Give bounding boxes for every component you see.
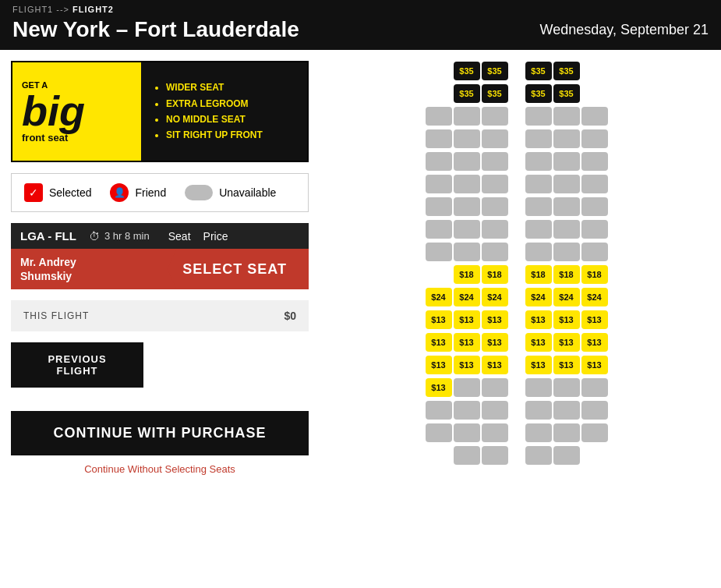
seat[interactable] — [553, 129, 580, 148]
seat[interactable] — [454, 446, 480, 465]
seat[interactable]: $24 — [454, 288, 480, 306]
seat[interactable]: $13 — [525, 333, 552, 352]
seat[interactable]: $13 — [581, 333, 608, 352]
seat[interactable] — [482, 423, 508, 442]
seat[interactable] — [553, 401, 580, 420]
seat[interactable] — [581, 129, 608, 148]
seat[interactable] — [426, 129, 452, 148]
seat[interactable] — [581, 220, 608, 239]
seat[interactable] — [454, 243, 480, 261]
seat[interactable] — [581, 378, 608, 397]
seat[interactable]: $35 — [553, 62, 580, 80]
seat[interactable]: $13 — [482, 356, 508, 374]
seat[interactable]: $18 — [454, 265, 480, 284]
seat[interactable]: $13 — [426, 356, 452, 374]
seat[interactable] — [482, 220, 508, 239]
seat[interactable] — [581, 243, 608, 261]
seat[interactable]: $18 — [581, 265, 608, 284]
seat[interactable] — [581, 197, 608, 216]
seat[interactable] — [525, 107, 552, 126]
seat[interactable] — [553, 243, 580, 261]
seat[interactable]: $13 — [553, 310, 580, 329]
seat[interactable] — [482, 197, 508, 216]
seat[interactable] — [426, 175, 452, 193]
seat[interactable]: $35 — [454, 62, 480, 80]
seat[interactable]: $24 — [426, 288, 452, 306]
seat[interactable]: $13 — [426, 310, 452, 329]
seat[interactable] — [553, 423, 580, 442]
seat[interactable]: $13 — [454, 333, 480, 352]
seat[interactable] — [525, 446, 552, 465]
seat[interactable] — [482, 152, 508, 171]
seat[interactable] — [426, 220, 452, 239]
seat[interactable]: $13 — [581, 356, 608, 374]
seat[interactable] — [454, 152, 480, 171]
seat[interactable] — [581, 401, 608, 420]
continue-purchase-button[interactable]: CONTINUE WITH PURCHASE — [11, 411, 309, 455]
seat[interactable] — [426, 107, 452, 126]
previous-flight-button[interactable]: PREVIOUS FLIGHT — [11, 342, 143, 388]
seat[interactable] — [454, 401, 480, 420]
seat[interactable]: $13 — [426, 333, 452, 352]
seat[interactable] — [482, 175, 508, 193]
seat[interactable] — [553, 152, 580, 171]
seat[interactable]: $35 — [482, 84, 508, 103]
seat[interactable] — [581, 152, 608, 171]
seat[interactable]: $24 — [525, 288, 552, 306]
seat[interactable]: $13 — [426, 378, 452, 397]
seat[interactable] — [553, 446, 580, 465]
seat[interactable] — [581, 423, 608, 442]
seat[interactable]: $18 — [482, 265, 508, 284]
seat[interactable] — [581, 175, 608, 193]
seat[interactable]: $35 — [525, 84, 552, 103]
seat[interactable] — [482, 243, 508, 261]
continue-no-seat-link[interactable]: Continue Without Selecting Seats — [11, 463, 309, 475]
seat[interactable] — [482, 446, 508, 465]
seat[interactable] — [525, 378, 552, 397]
seat[interactable] — [525, 129, 552, 148]
seat[interactable]: $24 — [581, 288, 608, 306]
seat[interactable] — [454, 378, 480, 397]
seat[interactable] — [525, 401, 552, 420]
seat[interactable] — [525, 152, 552, 171]
seat[interactable]: $35 — [482, 62, 508, 80]
seat[interactable] — [553, 378, 580, 397]
select-seat-button[interactable]: SELECT SEAT — [167, 249, 309, 289]
seat[interactable]: $13 — [454, 310, 480, 329]
seat[interactable] — [525, 175, 552, 193]
seat[interactable] — [482, 401, 508, 420]
seat[interactable] — [581, 107, 608, 126]
seat[interactable] — [553, 107, 580, 126]
seat[interactable] — [426, 197, 452, 216]
seat[interactable]: $35 — [454, 84, 480, 103]
seat[interactable] — [454, 197, 480, 216]
seat[interactable]: $24 — [482, 288, 508, 306]
seat[interactable] — [553, 197, 580, 216]
seat[interactable] — [454, 107, 480, 126]
seat[interactable]: $13 — [482, 310, 508, 329]
seat[interactable] — [454, 175, 480, 193]
seat[interactable] — [454, 129, 480, 148]
seat[interactable]: $13 — [454, 356, 480, 374]
seat[interactable]: $18 — [525, 265, 552, 284]
seat[interactable]: $13 — [525, 356, 552, 374]
seat[interactable] — [525, 423, 552, 442]
seat[interactable] — [482, 107, 508, 126]
seat[interactable] — [482, 378, 508, 397]
seat[interactable]: $13 — [581, 310, 608, 329]
seat[interactable] — [426, 152, 452, 171]
seat[interactable]: $24 — [553, 288, 580, 306]
seat[interactable]: $35 — [553, 84, 580, 103]
seat[interactable] — [525, 197, 552, 216]
seat[interactable]: $35 — [525, 62, 552, 80]
seat[interactable] — [426, 243, 452, 261]
seat[interactable] — [525, 220, 552, 239]
seat[interactable] — [454, 220, 480, 239]
seat[interactable] — [482, 129, 508, 148]
seat[interactable] — [426, 401, 452, 420]
seat[interactable]: $13 — [553, 333, 580, 352]
seat[interactable]: $18 — [553, 265, 580, 284]
seat[interactable] — [454, 423, 480, 442]
seat[interactable] — [553, 175, 580, 193]
seat[interactable]: $13 — [553, 356, 580, 374]
